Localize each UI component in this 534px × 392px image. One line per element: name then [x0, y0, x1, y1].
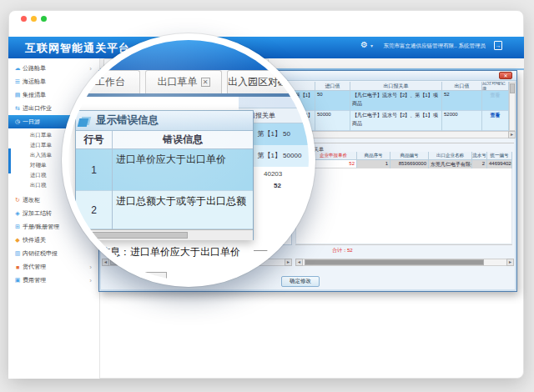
column-header[interactable]: 统一编号: [487, 152, 512, 160]
error-dialog-titlebar[interactable]: 显示错误信息: [76, 111, 253, 131]
chevron-right-icon: ›: [89, 264, 92, 271]
column-header: 行号: [76, 131, 113, 149]
cell-hs-code: 8536690000: [390, 160, 429, 168]
error-dialog-title: 显示错误信息: [96, 113, 159, 128]
column-header[interactable]: 出口企业名称: [429, 152, 472, 160]
column-header[interactable]: 商品编号: [390, 152, 429, 160]
total-row-border: [295, 244, 512, 245]
view-link[interactable]: 查看: [482, 91, 509, 111]
subitem-label: 进口税: [30, 172, 47, 179]
sidebar-item-label: 公路舱单: [23, 64, 46, 73]
chevron-right-icon: ›: [89, 277, 92, 284]
subitem-label: 对碰单: [30, 162, 47, 169]
column-header[interactable]: 总分对碰记录: [482, 82, 509, 91]
magnified-price-fragment: 52: [274, 182, 307, 193]
chart-icon: ▣: [13, 277, 23, 284]
column-header[interactable]: 商品序号: [357, 152, 390, 160]
tax-icon: ▥: [13, 250, 23, 257]
active-submenu-indicator: [8, 148, 11, 173]
road-manifest-icon: ☁: [13, 65, 23, 72]
chevron-down-icon[interactable]: ▾: [370, 43, 373, 48]
scrollbar-thumb[interactable]: [305, 259, 484, 265]
sidebar-item-label: 内销征税申报: [23, 249, 58, 258]
sidebar-item-express-clearance[interactable]: ◆ 快件通关: [10, 234, 98, 247]
scroll-left-icon[interactable]: ◂: [295, 259, 303, 266]
sidebar-item-label: 手册/账册管理: [23, 223, 59, 231]
traffic-minimize-button[interactable]: [31, 16, 37, 22]
sidebar-item-label: 海运舱单: [23, 78, 46, 86]
box-icon: ■: [13, 264, 23, 270]
cell-serial: 2: [472, 160, 487, 168]
cell-export-doc: 【凡仁电子】流水号【2】、第【1】项商品: [350, 111, 442, 131]
gear-icon[interactable]: ⚙: [360, 40, 368, 49]
list-icon: ▤: [13, 92, 23, 98]
magnifier-lens: 工作台 出口草单 ✕ 出入园区对碰清单 进口报关单 【2】第【1】 50 【2】…: [62, 33, 315, 287]
tab-label: 出口草单: [158, 75, 198, 89]
scroll-left-icon[interactable]: ◂: [102, 259, 109, 266]
sidebar-item-label: 快件通关: [23, 236, 46, 244]
view-link[interactable]: 查看: [482, 111, 509, 131]
window-close-button[interactable]: ✕: [499, 72, 512, 79]
grid-icon: ⊞: [13, 224, 23, 230]
column-header[interactable]: 出口报关单: [350, 82, 442, 91]
scroll-right-icon[interactable]: ▸: [506, 259, 514, 266]
screenshot-stage: 互联网智能通关平台 ⚙ ▾ 东莞市富立通供应链管理有限.. 系统管理员 → ☁ …: [0, 0, 534, 392]
diamond-icon: ◈: [13, 210, 23, 217]
right-total: 合计：52: [332, 247, 353, 254]
error-row-no: 1: [76, 149, 113, 191]
tab-close-icon[interactable]: ✕: [201, 78, 210, 87]
cell-import-value: 50: [315, 91, 350, 111]
column-header: 错误信息: [113, 131, 253, 149]
scrollbar-thumb[interactable]: [89, 232, 188, 239]
cell-declared-price[interactable]: 52: [310, 160, 357, 168]
subitem-label: 出入清单: [30, 152, 52, 159]
confirm-modify-button[interactable]: 确定修改: [281, 276, 320, 287]
scroll-right-icon[interactable]: ▸: [285, 259, 292, 266]
sidebar-item-label: 退改柜: [23, 196, 40, 204]
logout-icon[interactable]: →: [494, 41, 502, 50]
sidebar-item-label: 货代管理: [23, 263, 46, 271]
column-header[interactable]: 企业申报单价: [310, 152, 357, 160]
cell-company: 东莞凡仁电子有限公..: [429, 160, 472, 168]
magnified-titlebar-fragment: [239, 97, 309, 108]
cell-export-value: 52000: [442, 111, 482, 131]
user-info: 东莞市富立通供应链管理有限.. 系统管理员: [377, 43, 486, 50]
cell-unified-no: 4469940203: [487, 160, 512, 168]
sidebar-item-label: 进出口作业: [23, 104, 52, 113]
sidebar-item-road-manifest[interactable]: ☁ 公路舱单 ›: [10, 62, 98, 75]
app-title: 互联网智能通关平台: [25, 41, 130, 56]
dialog-icon: [76, 114, 96, 128]
error-message: 进口单价应大于出口单价: [116, 153, 249, 167]
swap-arrows-icon: ⇆: [13, 105, 23, 112]
error-dialog: 显示错误信息 行号 错误信息 1 进口单价应大于出口单价 2 进口总额大于或等于…: [75, 110, 254, 240]
scrollbar-thumb[interactable]: [510, 83, 515, 93]
subitem-label: 出口草单: [30, 132, 52, 139]
traffic-zoom-button[interactable]: [41, 16, 47, 22]
scroll-right-icon[interactable]: ▸: [508, 131, 516, 138]
sea-manifest-icon: ☰: [13, 78, 23, 85]
column-header[interactable]: 进口值: [315, 82, 350, 91]
sidebar-item-label: 费用管理: [23, 276, 46, 284]
express-icon: ◆: [13, 237, 23, 244]
sidebar-item-fee-mgmt[interactable]: ▣ 费用管理 ›: [10, 274, 98, 287]
chevron-right-icon: ›: [89, 65, 92, 73]
sidebar-item-label: 深加工结转: [23, 209, 52, 218]
sidebar-item-label: 一日游: [23, 118, 40, 126]
subitem-label: 进口草单: [30, 142, 52, 149]
column-header[interactable]: 出口值: [442, 82, 482, 91]
cell-import-value: 50000: [315, 111, 350, 131]
error-message: 进口总额大于或等于出口总额: [116, 194, 249, 209]
error-row-no: 2: [76, 191, 113, 229]
cell-export-doc: 【凡仁电子】流水号【2】、第【1】项商品: [350, 91, 442, 111]
traffic-close-button[interactable]: [21, 16, 27, 22]
sidebar-item-forwarder-mgmt[interactable]: ■ 货代管理 ›: [10, 260, 98, 274]
export-doc-grid-body: [295, 168, 512, 244]
column-header[interactable]: 流水号: [472, 152, 487, 160]
sidebar-item-label: 集报清单: [23, 91, 46, 99]
subitem-label: 出口税: [30, 182, 47, 189]
tab-label: 工作台: [95, 75, 125, 89]
magnified-tab-export-draft[interactable]: 出口草单 ✕: [145, 70, 222, 93]
magnifier-content: 工作台 出口草单 ✕ 出入园区对碰清单 进口报关单 【2】第【1】 50 【2】…: [68, 40, 309, 280]
clock-icon: ◷: [13, 118, 23, 125]
sidebar-item-domestic-tax[interactable]: ▥ 内销征税申报: [10, 247, 98, 260]
